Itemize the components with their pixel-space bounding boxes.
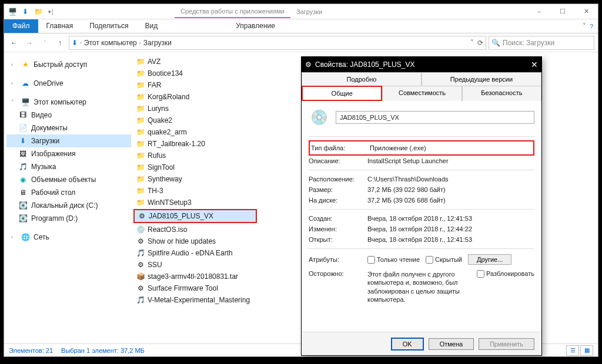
value-location: C:\Users\Thrash\Downloads	[367, 176, 534, 183]
label-size-on-disk: На диске:	[309, 197, 362, 204]
minimize-button[interactable]: −	[527, 4, 551, 19]
dialog-titlebar[interactable]: ⚙ Свойства: JAD8105_PLUS_VX ✕	[302, 57, 541, 72]
file-name: Spitfire Audio - eDNA Earth	[148, 249, 233, 257]
breadcrumb[interactable]: ⬇ › Этот компьютер › Загрузки ˅ ⟳	[69, 36, 486, 50]
view-details-button[interactable]: ☰	[566, 345, 579, 356]
apply-button[interactable]: Применить	[479, 338, 534, 350]
file-name: WinNTSetup3	[148, 198, 192, 207]
sidebar-item-3d[interactable]: ◉Объемные объекты	[6, 173, 131, 186]
value-modified: Вчера, 18 октября 2018 г., 12:44:22	[367, 225, 534, 232]
dialog-footer: OK Отмена Применить	[302, 332, 541, 355]
tab-details[interactable]: Подробно	[302, 72, 422, 86]
sidebar-item-label: Рабочий стол	[31, 188, 75, 197]
tab-general[interactable]: Общие	[302, 86, 382, 101]
ribbon-tab-manage[interactable]: Управление	[228, 19, 283, 33]
folder-icon: 📁	[136, 69, 145, 78]
tab-compatibility[interactable]: Совместимость	[382, 86, 461, 101]
back-button[interactable]: ←	[8, 36, 21, 49]
value-size-on-disk: 37,2 МБ (39 026 688 байт)	[367, 197, 534, 204]
file-icon: ⚙	[136, 237, 145, 246]
sidebar-item-drive-d[interactable]: 💽Programm (D:)	[6, 212, 131, 225]
sidebar-item-music[interactable]: 🎵Музыка	[6, 160, 131, 173]
sidebar-item-label: Музыка	[31, 163, 56, 171]
file-name: quake2_arm	[148, 128, 187, 136]
tab-previous-versions[interactable]: Предыдущие версии	[422, 72, 541, 86]
sidebar-item-label: Загрузки	[31, 137, 59, 145]
sidebar-item-label: Изображения	[31, 150, 75, 158]
value-size: 37,2 МБ (39 022 980 байт)	[367, 186, 534, 193]
label-file-type: Тип файла:	[311, 144, 364, 151]
chevron-right-icon[interactable]: ›	[139, 40, 141, 46]
folder-icon[interactable]: 📁	[32, 6, 44, 18]
sidebar-item-label: Этот компьютер	[34, 98, 86, 106]
checkbox-unblock[interactable]: Разблокировать	[477, 270, 534, 304]
file-tab[interactable]: Файл	[4, 19, 38, 33]
filename-field[interactable]: JAD8105_PLUS_VX	[336, 111, 534, 124]
file-icon: 📦	[136, 272, 145, 281]
search-box[interactable]: 🔍 Поиск: Загрузки	[489, 36, 594, 50]
sidebar-item-desktop[interactable]: 🖥Рабочий стол	[6, 186, 131, 199]
up-button[interactable]: ↑	[53, 36, 66, 49]
qat-dropdown-icon[interactable]: ▾│	[45, 6, 57, 18]
tab-security[interactable]: Безопасность	[462, 86, 541, 101]
button-other-attrs[interactable]: Другие...	[468, 254, 511, 265]
value-created: Вчера, 18 октября 2018 г., 12:41:53	[367, 215, 534, 222]
value-description: InstallScript Setup Launcher	[367, 157, 534, 164]
folder-icon: 📁	[136, 174, 145, 184]
dialog-title: Свойства: JAD8105_PLUS_VX	[315, 60, 414, 69]
search-icon: 🔍	[491, 39, 500, 47]
close-button[interactable]: ✕	[574, 4, 598, 19]
view-icons-button[interactable]: ▦	[580, 345, 593, 356]
recent-dropdown[interactable]: ˅	[38, 36, 51, 49]
close-icon[interactable]: ✕	[531, 60, 538, 69]
sidebar-item-label: Документы	[31, 124, 68, 132]
sidebar-onedrive[interactable]: ›☁OneDrive	[6, 77, 131, 90]
sidebar-network[interactable]: ›🌐Сеть	[6, 231, 131, 244]
ribbon-tab-view[interactable]: Вид	[136, 19, 166, 33]
sidebar-item-pictures[interactable]: 🖼Изображения	[6, 147, 131, 160]
ribbon-tab-share[interactable]: Поделиться	[81, 19, 136, 33]
file-icon: 💿	[136, 225, 145, 234]
ok-button[interactable]: OK	[391, 338, 424, 350]
sidebar-quick-access[interactable]: ›★Быстрый доступ	[6, 58, 131, 71]
file-name: Surface Firmware Tool	[148, 284, 218, 292]
breadcrumb-folder[interactable]: Загрузки	[143, 39, 172, 47]
folder-icon: 📁	[136, 163, 145, 172]
folder-icon: 📁	[136, 139, 145, 149]
sidebar-item-documents[interactable]: 📄Документы	[6, 122, 131, 134]
sidebar-item-drive-c[interactable]: 💽Локальный диск (C:)	[6, 199, 131, 212]
refresh-icon[interactable]: ⟳	[477, 39, 483, 47]
qat-icon[interactable]: ⬇	[19, 6, 31, 18]
checkbox-readonly[interactable]: Только чтение	[367, 256, 420, 264]
sidebar-this-pc[interactable]: ˅🖥️Этот компьютер	[6, 96, 131, 109]
sidebar-item-downloads[interactable]: ⬇Загрузки	[6, 134, 131, 147]
folder-icon: 📁	[136, 80, 145, 90]
file-name: RT_Jailbreak-1.20	[148, 140, 205, 148]
forward-button[interactable]: →	[23, 36, 36, 49]
cancel-button[interactable]: Отмена	[429, 338, 474, 350]
breadcrumb-root[interactable]: Этот компьютер	[84, 39, 137, 47]
file-row-selected[interactable]: ⚙JAD8105_PLUS_VX	[135, 210, 256, 222]
sidebar-item-label: Объемные объекты	[31, 176, 96, 184]
maximize-button[interactable]: ☐	[551, 4, 574, 19]
file-name: Rufus	[148, 151, 166, 160]
label-created: Создан:	[309, 215, 362, 222]
address-dropdown-icon[interactable]: ˅	[470, 39, 474, 47]
search-placeholder: Поиск: Загрузки	[503, 39, 554, 47]
file-icon: 🎵	[136, 295, 145, 305]
ribbon: Файл Главная Поделиться Вид Управление ˅…	[4, 19, 598, 33]
filename-value: JAD8105_PLUS_VX	[340, 114, 399, 121]
qat-icon[interactable]: 🖥️	[6, 6, 18, 18]
help-icon[interactable]: ?	[590, 23, 593, 30]
file-icon: ⚙	[136, 260, 145, 269]
status-count: Элементов: 21	[9, 347, 53, 354]
chevron-right-icon[interactable]: ›	[80, 40, 82, 46]
downloads-icon: ⬇	[72, 39, 78, 47]
sidebar-item-label: Локальный диск (C:)	[31, 201, 98, 210]
checkbox-hidden[interactable]: Скрытый	[426, 256, 462, 264]
app-icon: ⚙	[305, 60, 312, 69]
ribbon-expand-icon[interactable]: ˅	[583, 22, 586, 30]
ribbon-tab-home[interactable]: Главная	[38, 19, 82, 33]
file-name: Bootice134	[148, 69, 183, 77]
sidebar-item-videos[interactable]: 🎞Видео	[6, 109, 131, 122]
